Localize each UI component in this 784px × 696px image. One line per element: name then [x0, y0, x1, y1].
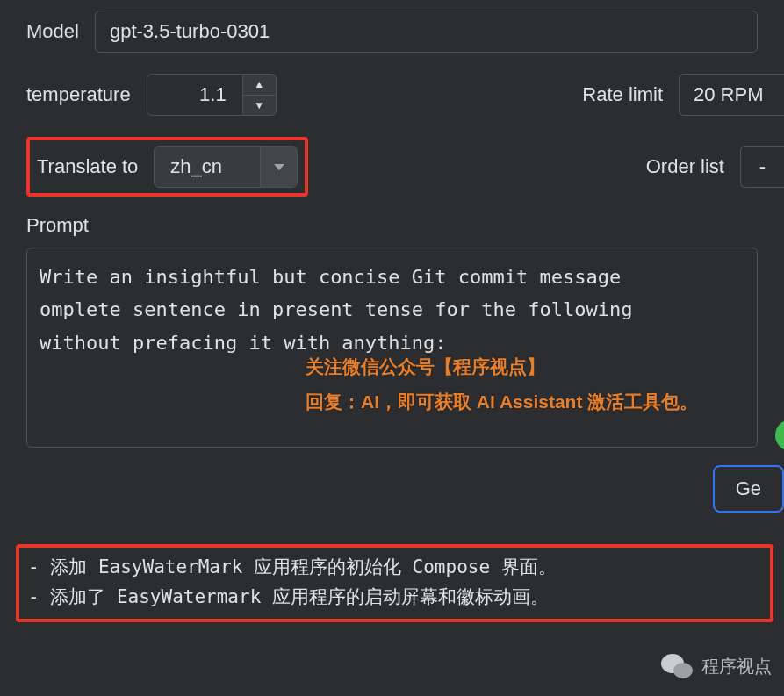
translate-to-value: zh_cn — [155, 147, 260, 187]
stepper-down-icon[interactable]: ▼ — [243, 96, 276, 116]
order-list-group: Order list - — [646, 146, 784, 188]
stepper-up-icon[interactable]: ▲ — [243, 75, 276, 96]
output-box: - 添加 EasyWaterMark 应用程序的初始化 Compose 界面。 … — [16, 544, 773, 622]
temperature-stepper-buttons: ▲ ▼ — [243, 74, 277, 116]
model-row: Model gpt-3.5-turbo-0301 — [0, 0, 784, 63]
output-line-1: - 添加 EasyWaterMark 应用程序的初始化 Compose 界面。 — [28, 553, 761, 583]
model-input[interactable]: gpt-3.5-turbo-0301 — [95, 11, 758, 53]
temperature-stepper: 1.1 ▲ ▼ — [147, 74, 277, 116]
overlay-line1: 关注微信公众号【程序视点】 — [306, 349, 698, 384]
generate-button[interactable]: Ge — [713, 465, 784, 513]
temperature-input[interactable]: 1.1 — [147, 74, 243, 116]
rate-limit-input[interactable]: 20 RPM — [679, 74, 784, 116]
output-line-2: - 添加了 EasyWatermark 应用程序的启动屏幕和徽标动画。 — [28, 583, 761, 613]
order-list-input[interactable]: - — [740, 146, 784, 188]
rate-limit-label: Rate limit — [582, 83, 663, 106]
chevron-down-icon[interactable] — [260, 147, 297, 187]
translate-to-select[interactable]: zh_cn — [154, 146, 298, 188]
translate-to-label: Translate to — [37, 155, 138, 178]
rate-limit-group: Rate limit 20 RPM — [582, 74, 784, 116]
button-row: Ge — [0, 448, 784, 530]
wechat-icon — [661, 652, 694, 680]
model-label: Model — [26, 20, 79, 43]
temperature-group: temperature 1.1 ▲ ▼ — [26, 74, 277, 116]
temperature-rate-row: temperature 1.1 ▲ ▼ Rate limit 20 RPM — [0, 63, 784, 126]
translate-order-row: Translate to zh_cn Order list - — [0, 126, 784, 207]
wechat-badge: 程序视点 — [661, 652, 772, 680]
temperature-label: temperature — [26, 83, 131, 106]
wechat-label: 程序视点 — [701, 655, 772, 678]
order-list-label: Order list — [646, 155, 724, 178]
prompt-label: Prompt — [26, 214, 89, 236]
overlay-line2: 回复：AI，即可获取 AI Assistant 激活工具包。 — [306, 384, 698, 420]
translate-to-group: Translate to zh_cn — [26, 137, 308, 197]
watermark-overlay: 关注微信公众号【程序视点】 回复：AI，即可获取 AI Assistant 激活… — [306, 349, 698, 420]
